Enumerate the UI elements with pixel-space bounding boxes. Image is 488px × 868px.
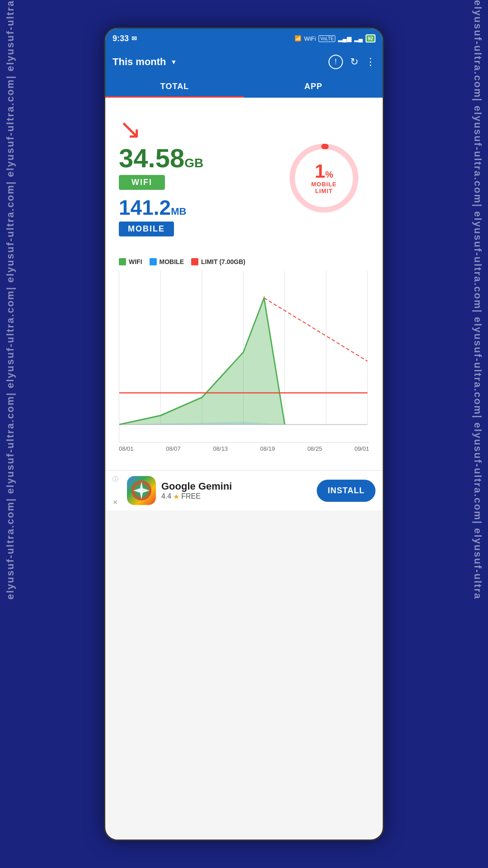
left-stats: ↘ 34.58GB WIFI 141.2MB MOBILE (119, 116, 279, 240)
projection-line (264, 298, 367, 361)
legend-wifi-label: WIFI (129, 258, 142, 265)
legend-mobile-label: MOBILE (160, 258, 184, 265)
legend-wifi-color (119, 258, 126, 265)
gemini-logo-svg (130, 479, 153, 502)
watermark-left: elyusuf-ultra.com| elyusuf-ultra.com| el… (5, 0, 16, 599)
ad-title: Google Gemini (161, 481, 311, 492)
date-0819: 08/19 (260, 445, 275, 452)
percent-value: 1 (314, 160, 325, 182)
dropdown-arrow-icon: ▼ (171, 58, 177, 66)
main-content: ↘ 34.58GB WIFI 141.2MB MOBILE (105, 98, 383, 470)
wifi-value: 34.58 (119, 143, 184, 173)
usage-chart (119, 271, 369, 443)
legend-limit-color (191, 258, 198, 265)
legend-wifi: WIFI (119, 258, 142, 265)
wifi-badge[interactable]: WIFI (119, 175, 165, 190)
ad-stars-icon: ★ (173, 492, 179, 501)
top-actions: ! ↻ ⋮ (328, 55, 375, 69)
stats-section: ↘ 34.58GB WIFI 141.2MB MOBILE (114, 107, 374, 254)
date-0813: 08/13 (213, 445, 228, 452)
ad-price: FREE (181, 492, 201, 500)
install-button[interactable]: INSTALL (317, 480, 375, 502)
signal-bars-1: ▂▄▆ (338, 35, 351, 42)
legend-mobile: MOBILE (150, 258, 184, 265)
chart-svg (119, 271, 369, 443)
legend-limit: LIMIT (7.00GB) (191, 258, 245, 265)
donut-label: MOBILE LIMIT (304, 181, 344, 194)
top-bar: This month ▼ ! ↻ ⋮ (105, 48, 383, 75)
time-display: 9:33 (113, 34, 129, 43)
percent-symbol: % (325, 170, 333, 179)
mobile-usage-value: 141.2MB (119, 197, 279, 218)
status-bar: 9:33 ✉ 📶 WiFi VoLTE ▂▄▆ ▂▄ 92 (105, 28, 383, 48)
data-icon: 📶 (295, 35, 301, 42)
date-0901: 09/01 (354, 445, 369, 452)
status-icons: 📶 WiFi VoLTE ▂▄▆ ▂▄ 92 (295, 34, 375, 42)
wifi-icon: WiFi (304, 35, 316, 42)
legend-limit-label: LIMIT (7.00GB) (201, 258, 245, 265)
wifi-usage-value: 34.58GB (119, 145, 279, 171)
mobile-value: 141.2 (119, 196, 171, 219)
donut-container: 1% MOBILE LIMIT (283, 137, 365, 219)
watermark-right: elyusuf-ultra.com| elyusuf-ultra.com| el… (472, 0, 483, 599)
period-label: This month (113, 56, 166, 68)
battery-icon: 92 (366, 34, 375, 42)
period-selector[interactable]: This month ▼ (113, 56, 177, 68)
mobile-limit-chart: 1% MOBILE LIMIT (279, 137, 369, 219)
mobile-unit: MB (171, 206, 186, 217)
alert-icon[interactable]: ! (328, 55, 343, 69)
date-0807: 08/07 (166, 445, 181, 452)
download-arrow-icon: ↘ (119, 116, 279, 143)
chart-legend: WIFI MOBILE LIMIT (7.00GB) (119, 258, 369, 265)
date-0825: 08/25 (307, 445, 322, 452)
donut-text: 1% MOBILE LIMIT (304, 162, 344, 194)
status-time: 9:33 ✉ (113, 34, 137, 43)
tab-bar: TOTAL APP (105, 75, 383, 98)
ad-subtitle: 4.4 ★ FREE (161, 492, 311, 501)
ad-info-icon: ⓘ (113, 475, 118, 483)
chart-section: WIFI MOBILE LIMIT (7.00GB) (114, 254, 374, 461)
mobile-badge[interactable]: MOBILE (119, 222, 174, 236)
tab-app[interactable]: APP (244, 75, 383, 98)
wifi-unit: GB (184, 156, 203, 170)
volte-badge: VoLTE (319, 35, 335, 42)
signal-bars-2: ▂▄ (354, 35, 363, 42)
ad-logo (127, 476, 156, 505)
ad-text: Google Gemini 4.4 ★ FREE (161, 481, 311, 501)
donut-percent: 1% (304, 162, 344, 181)
ad-close-icon[interactable]: ✕ (113, 499, 118, 506)
ad-banner: ⓘ ✕ Google Gemini 4.4 ★ (105, 470, 383, 510)
refresh-icon[interactable]: ↻ (350, 56, 358, 68)
chart-dates: 08/01 08/07 08/13 08/19 08/25 09/01 (119, 443, 369, 452)
more-options-icon[interactable]: ⋮ (366, 56, 375, 68)
ad-rating: 4.4 (161, 492, 171, 500)
tab-total[interactable]: TOTAL (105, 75, 244, 98)
date-0801: 08/01 (119, 445, 134, 452)
phone-frame: 9:33 ✉ 📶 WiFi VoLTE ▂▄▆ ▂▄ 92 This month… (104, 27, 384, 841)
legend-mobile-color (150, 258, 157, 265)
